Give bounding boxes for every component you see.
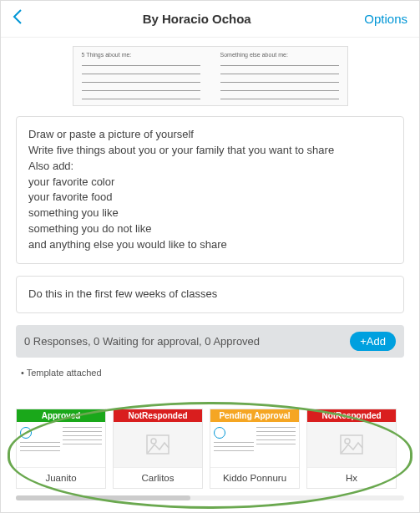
response-thumbnail bbox=[17, 422, 105, 467]
page-title: By Horacio Ochoa bbox=[29, 12, 364, 26]
template-attached-note: Template attached bbox=[16, 366, 404, 389]
response-tile[interactable]: NotRespondedHx bbox=[306, 409, 397, 489]
status-text: 0 Responses, 0 Waiting for approval, 0 A… bbox=[24, 335, 260, 348]
instruction-line: something you like bbox=[28, 206, 392, 221]
add-button[interactable]: +Add bbox=[350, 332, 396, 351]
horizontal-scrollbar[interactable] bbox=[16, 495, 404, 500]
response-name: Kiddo Ponnuru bbox=[210, 467, 299, 488]
response-name: Carlitos bbox=[114, 467, 202, 488]
instruction-line: your favorite color bbox=[28, 175, 392, 190]
status-badge: NotResponded bbox=[307, 409, 396, 422]
instruction-line: and anything else you would like to shar… bbox=[28, 237, 392, 253]
placeholder-image-icon bbox=[307, 422, 396, 467]
instruction-line: Also add: bbox=[28, 159, 392, 175]
response-tile[interactable]: NotRespondedCarlitos bbox=[113, 409, 203, 489]
response-tile[interactable]: ApprovedJuanito bbox=[16, 409, 106, 489]
back-icon[interactable] bbox=[13, 8, 29, 30]
response-thumbnail bbox=[210, 422, 299, 467]
placeholder-image-icon bbox=[114, 422, 202, 467]
svg-point-3 bbox=[345, 439, 350, 444]
svg-point-1 bbox=[151, 439, 156, 444]
timing-card: Do this in the first few weeks of classe… bbox=[16, 276, 404, 313]
instruction-line: Draw or paste a picture of yourself bbox=[28, 127, 392, 143]
status-badge: Approved bbox=[17, 409, 105, 422]
instruction-line: Write five things about you or your fami… bbox=[28, 143, 392, 159]
response-name: Hx bbox=[307, 467, 396, 488]
worksheet-left-heading: 5 Things about me: bbox=[82, 52, 200, 58]
worksheet-preview[interactable]: 5 Things about me: Something else about … bbox=[73, 46, 348, 106]
responses-strip: ApprovedJuanitoNotRespondedCarlitosPendi… bbox=[1, 404, 419, 512]
main-scroll-area: 5 Things about me: Something else about … bbox=[1, 38, 419, 404]
app-window: By Horacio Ochoa Options 5 Things about … bbox=[0, 0, 420, 513]
response-tile[interactable]: Pending ApprovalKiddo Ponnuru bbox=[210, 409, 300, 489]
instruction-line: your favorite food bbox=[28, 190, 392, 206]
instruction-line: something you do not like bbox=[28, 221, 392, 237]
status-badge: Pending Approval bbox=[210, 409, 299, 422]
worksheet-right-heading: Something else about me: bbox=[220, 52, 339, 58]
status-bar: 0 Responses, 0 Waiting for approval, 0 A… bbox=[16, 325, 404, 358]
timing-text: Do this in the first few weeks of classe… bbox=[28, 287, 392, 302]
status-badge: NotResponded bbox=[114, 409, 202, 422]
options-button[interactable]: Options bbox=[364, 12, 407, 26]
header-bar: By Horacio Ochoa Options bbox=[1, 1, 419, 38]
instructions-card: Draw or paste a picture of yourself Writ… bbox=[16, 116, 404, 264]
response-name: Juanito bbox=[17, 467, 105, 488]
